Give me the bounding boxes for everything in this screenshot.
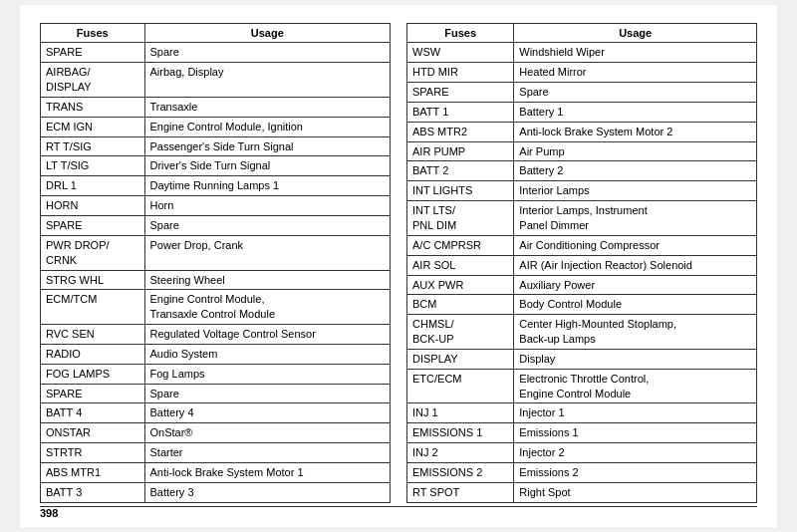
table-row: EMISSIONS 2Emissions 2 (407, 462, 757, 482)
fuse-cell: DISPLAY (407, 349, 514, 369)
fuse-cell: EMISSIONS 1 (407, 423, 514, 443)
page-divider (40, 506, 757, 507)
fuse-cell: INT LIGHTS (407, 181, 514, 201)
usage-cell: Battery 1 (514, 102, 757, 122)
table-row: BATT 1Battery 1 (407, 102, 757, 122)
usage-cell: Right Spot (514, 482, 757, 502)
right-table-section: Fuses Usage WSWWindshield WiperHTD MIRHe… (406, 23, 757, 502)
table-row: A/C CMPRSRAir Conditioning Compressor (407, 235, 757, 255)
usage-cell: Power Drop, Crank (144, 235, 391, 270)
usage-cell: Steering Wheel (144, 270, 391, 290)
left-table-section: Fuses Usage SPARESpareAIRBAG/ DISPLAYAir… (40, 23, 391, 502)
usage-cell: Injector 2 (514, 443, 757, 463)
table-row: SPARESpare (41, 43, 391, 63)
fuse-cell: INT LTS/ PNL DIM (407, 201, 514, 236)
usage-cell: Center High-Mounted Stoplamp, Back-up La… (514, 315, 757, 350)
table-row: BATT 3Battery 3 (41, 482, 391, 502)
table-row: RT T/SIGPassenger's Side Turn Signal (41, 136, 391, 156)
fuse-cell: STRTR (41, 443, 145, 463)
fuse-cell: BATT 3 (41, 482, 145, 502)
table-row: HORNHorn (41, 196, 391, 216)
fuse-cell: AIRBAG/ DISPLAY (41, 63, 145, 98)
fuse-cell: ONSTAR (41, 423, 145, 443)
usage-cell: Anti-lock Brake System Motor 1 (144, 462, 391, 482)
fuse-cell: INJ 2 (407, 443, 514, 463)
usage-cell: OnStar® (144, 423, 391, 443)
usage-cell: Battery 3 (144, 482, 391, 502)
fuse-cell: DRL 1 (41, 176, 145, 196)
table-row: ABS MTR1Anti-lock Brake System Motor 1 (41, 462, 391, 482)
fuse-cell: AUX PWR (407, 275, 514, 295)
tables-container: Fuses Usage SPARESpareAIRBAG/ DISPLAYAir… (40, 23, 757, 502)
right-fuses-table: Fuses Usage WSWWindshield WiperHTD MIRHe… (406, 23, 757, 502)
usage-cell: Horn (144, 196, 391, 216)
table-row: SPARESpare (41, 215, 391, 235)
usage-cell: Fog Lamps (144, 364, 391, 384)
fuse-cell: RVC SEN (41, 325, 145, 345)
left-usage-header: Usage (144, 24, 391, 43)
fuse-cell: TRANS (41, 97, 145, 117)
table-row: AIR SOLAIR (Air Injection Reactor) Solen… (407, 255, 757, 275)
fuse-cell: ECM/TCM (41, 290, 145, 325)
table-row: ONSTAROnStar® (41, 423, 391, 443)
table-row: INJ 2Injector 2 (407, 443, 757, 463)
fuse-cell: WSW (407, 43, 514, 63)
table-row: RADIOAudio System (41, 344, 391, 364)
fuse-cell: BATT 1 (407, 102, 514, 122)
fuse-cell: SPARE (41, 384, 145, 403)
fuse-cell: RADIO (41, 344, 145, 364)
usage-cell: Injector 1 (514, 403, 757, 423)
table-row: DISPLAYDisplay (407, 349, 757, 369)
usage-cell: Body Control Module (514, 295, 757, 315)
table-row: AIR PUMPAir Pump (407, 141, 757, 161)
usage-cell: Audio System (144, 344, 391, 364)
table-row: AIRBAG/ DISPLAYAirbag, Display (41, 63, 391, 98)
usage-cell: Spare (144, 384, 391, 403)
fuse-cell: LT T/SIG (41, 156, 145, 176)
table-row: HTD MIRHeated Mirror (407, 63, 757, 83)
usage-cell: Spare (144, 215, 391, 235)
usage-cell: Starter (144, 443, 391, 463)
usage-cell: Spare (514, 83, 757, 103)
table-row: AUX PWRAuxiliary Power (407, 275, 757, 295)
fuse-cell: EMISSIONS 2 (407, 462, 514, 482)
table-row: FOG LAMPSFog Lamps (41, 364, 391, 384)
table-row: ETC/ECMElectronic Throttle Control, Engi… (407, 369, 757, 403)
usage-cell: Emissions 2 (514, 462, 757, 482)
fuse-cell: HORN (41, 196, 145, 216)
table-row: SPARESpare (407, 83, 757, 103)
fuse-cell: SPARE (41, 43, 145, 63)
table-row: INT LIGHTSInterior Lamps (407, 181, 757, 201)
table-row: RVC SENRegulated Voltage Control Sensor (41, 325, 391, 345)
usage-cell: Auxiliary Power (514, 275, 757, 295)
table-row: WSWWindshield Wiper (407, 43, 757, 63)
fuse-cell: AIR PUMP (407, 141, 514, 161)
right-fuses-header: Fuses (407, 24, 514, 43)
fuse-cell: BCM (407, 295, 514, 315)
table-row: BCMBody Control Module (407, 295, 757, 315)
fuse-cell: BATT 4 (41, 403, 145, 423)
usage-cell: Passenger's Side Turn Signal (144, 136, 391, 156)
fuse-cell: ABS MTR2 (407, 122, 514, 141)
table-row: INT LTS/ PNL DIMInterior Lamps, Instrume… (407, 201, 757, 236)
left-fuses-header: Fuses (41, 24, 145, 43)
usage-cell: Driver's Side Turn Signal (144, 156, 391, 176)
usage-cell: AIR (Air Injection Reactor) Solenoid (514, 255, 757, 275)
fuse-cell: AIR SOL (407, 255, 514, 275)
usage-cell: Battery 2 (514, 161, 757, 181)
table-row: ABS MTR2Anti-lock Brake System Motor 2 (407, 122, 757, 141)
table-row: ECM/TCMEngine Control Module, Transaxle … (41, 290, 391, 325)
usage-cell: Display (514, 349, 757, 369)
right-usage-header: Usage (514, 24, 757, 43)
fuse-cell: ETC/ECM (407, 369, 514, 403)
fuse-cell: BATT 2 (407, 161, 514, 181)
usage-cell: Daytime Running Lamps 1 (144, 176, 391, 196)
table-row: ECM IGNEngine Control Module, Ignition (41, 117, 391, 136)
table-row: RT SPOTRight Spot (407, 482, 757, 502)
usage-cell: Interior Lamps, Instrument Panel Dimmer (514, 201, 757, 236)
fuse-cell: RT T/SIG (41, 136, 145, 156)
fuse-cell: STRG WHL (41, 270, 145, 290)
fuse-cell: SPARE (41, 215, 145, 235)
usage-cell: Engine Control Module, Transaxle Control… (144, 290, 391, 325)
usage-cell: Battery 4 (144, 403, 391, 423)
